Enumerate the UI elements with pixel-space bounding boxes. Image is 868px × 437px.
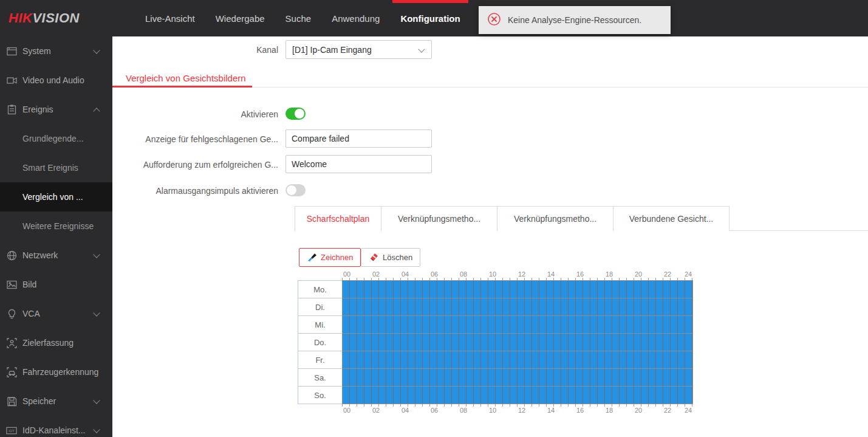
hour-label: 06 <box>431 270 438 278</box>
day-label-fr: Fr. <box>298 351 342 369</box>
alarm-pulse-toggle[interactable] <box>285 184 306 196</box>
chevron-down-icon <box>93 426 100 433</box>
draw-button-label: Zeichnen <box>321 253 353 262</box>
image-icon <box>5 278 18 291</box>
erase-button[interactable]: Löschen <box>361 248 420 267</box>
sidebar-item-label: Ereignis <box>22 105 53 114</box>
hour-label: 24 <box>685 270 692 278</box>
draw-button[interactable]: Zeichnen <box>299 248 361 267</box>
hour-label: 18 <box>606 407 613 414</box>
day-label-mi: Mi. <box>298 316 342 334</box>
schedule-grid-filled[interactable] <box>342 280 693 404</box>
alarm-pulse-label: Alarmausgangsimpuls aktivieren <box>115 186 278 196</box>
hour-label: 14 <box>547 407 555 414</box>
sidebar-item-label: Vergleich von ... <box>22 192 83 202</box>
sidebar-navigation: SystemVideo und AudioEreignisGrundlegend… <box>0 36 112 437</box>
arming-schedule: 00020406081012141618202224Mo.Di.Mi.Do.Fr… <box>298 270 692 415</box>
sidebar-item-vergleich-von[interactable]: Vergleich von ... <box>0 182 112 212</box>
sidebar-item-grundlegende[interactable]: Grundlegende... <box>0 124 112 153</box>
hour-label: 20 <box>635 270 642 278</box>
sidebar-item-weitere-ereignisse[interactable]: Weitere Ereignisse <box>0 212 112 241</box>
toggle-knob <box>295 109 304 119</box>
hour-label: 22 <box>664 407 671 414</box>
sidebar-item-vca[interactable]: VCA <box>0 299 112 328</box>
day-label-do: Do. <box>298 334 342 351</box>
target-capture-icon <box>5 337 18 349</box>
sidebar-item-label: Grundlegende... <box>22 134 83 143</box>
sidebar-item-fahrzeugerkennung[interactable]: Fahrzeugerkennung <box>0 357 112 387</box>
nav-item-label: Konfiguration <box>400 13 460 24</box>
success-prompt-label: Aufforderung zum erfolgreichen G... <box>115 160 278 170</box>
chevron-down-icon <box>93 397 100 404</box>
tab-face-picture-comparison[interactable]: Vergleich von Gesichtsbildern <box>126 73 246 83</box>
nav-item-konfiguration[interactable]: Konfiguration <box>390 0 470 36</box>
sidebar-item-ereignis[interactable]: Ereignis <box>0 95 112 124</box>
event-icon <box>5 103 18 115</box>
hour-label: 04 <box>402 270 409 278</box>
enable-toggle[interactable] <box>285 108 306 120</box>
fail-prompt-input[interactable] <box>285 129 432 148</box>
chevron-down-icon <box>93 47 100 53</box>
active-nav-indicator <box>392 0 468 3</box>
sidebar-item-speicher[interactable]: Speicher <box>0 387 112 416</box>
vehicle-icon <box>5 366 18 378</box>
sidebar-item-label: Netzwerk <box>22 250 58 260</box>
hour-label: 12 <box>518 270 525 278</box>
sidebar-item-video-und-audio[interactable]: Video und Audio <box>0 66 112 95</box>
iot-icon: IOT <box>5 424 18 436</box>
hour-label: 08 <box>460 270 467 278</box>
top-bar: HIKVISION Live-AnsichtWiedergabeSucheAnw… <box>0 0 868 36</box>
enable-label: Aktivieren <box>115 109 278 119</box>
sidebar-item-label: Bild <box>22 280 36 289</box>
sidebar-item-netzwerk[interactable]: Netzwerk <box>0 241 112 270</box>
settings-tab-verbundene-gesicht-3[interactable]: Verbundene Gesicht... <box>613 206 730 231</box>
hour-label: 00 <box>343 270 350 278</box>
sidebar-item-system[interactable]: System <box>0 36 112 66</box>
hour-label: 10 <box>489 270 496 278</box>
day-label-sa: Sa. <box>298 369 342 387</box>
settings-tab-verkn-pfungsmetho-2[interactable]: Verknüpfungsmetho... <box>497 206 613 231</box>
logo-hik: HIK <box>9 10 32 26</box>
channel-select-value: [D1] Ip-Cam Eingang <box>292 45 372 55</box>
hour-label: 02 <box>372 407 380 414</box>
day-label-mo: Mo. <box>298 281 342 298</box>
sidebar-item-label: Smart Ereignis <box>22 163 78 173</box>
network-icon <box>5 249 18 261</box>
nav-item-live-ansicht[interactable]: Live-Ansicht <box>135 0 205 36</box>
hour-label: 22 <box>664 270 671 278</box>
channel-select[interactable]: [D1] Ip-Cam Eingang <box>285 40 432 59</box>
hour-label: 16 <box>576 407 584 414</box>
active-tab-underline <box>112 86 252 88</box>
sidebar-item-smart-ereignis[interactable]: Smart Ereignis <box>0 153 112 182</box>
sidebar-item-bild[interactable]: Bild <box>0 270 112 299</box>
hour-label: 14 <box>547 270 555 278</box>
sidebar-item-label: IdD-Kanaleinst... <box>22 425 86 435</box>
system-icon <box>5 45 18 57</box>
sidebar-item-idd-kanaleinst[interactable]: IOTIdD-Kanaleinst... <box>0 416 112 437</box>
sidebar-item-zielerfassung[interactable]: Zielerfassung <box>0 328 112 357</box>
chevron-up-icon <box>93 108 100 114</box>
nav-item-wiedergabe[interactable]: Wiedergabe <box>205 0 275 36</box>
hour-label: 12 <box>518 407 525 414</box>
sidebar-item-label: Speicher <box>22 396 56 406</box>
sidebar-item-label: Zielerfassung <box>22 338 73 348</box>
settings-tab-verkn-pfungsmetho-1[interactable]: Verknüpfungsmetho... <box>381 206 497 231</box>
sidebar-item-label: System <box>22 46 51 56</box>
toggle-knob <box>287 185 296 195</box>
main-content: Kanal [D1] Ip-Cam Eingang Vergleich von … <box>112 36 868 437</box>
error-toast: Keine Analyse-Engine-Ressourcen. <box>479 6 671 34</box>
nav-item-anwendung[interactable]: Anwendung <box>321 0 390 36</box>
hour-label: 24 <box>685 407 692 414</box>
nav-item-suche[interactable]: Suche <box>275 0 322 36</box>
hour-label: 02 <box>372 270 380 278</box>
settings-tab-scharfschaltplan-0[interactable]: Scharfschaltplan <box>295 206 381 232</box>
video-audio-icon <box>5 74 18 86</box>
success-prompt-input[interactable] <box>285 155 432 173</box>
sidebar-item-label: Video und Audio <box>22 75 84 85</box>
chevron-down-icon <box>93 309 100 316</box>
nav-item-label: Live-Ansicht <box>145 13 195 24</box>
chevron-down-icon <box>418 46 425 52</box>
hour-label: 20 <box>635 407 642 414</box>
error-circle-x-icon <box>487 12 501 29</box>
sidebar-item-label: Weitere Ereignisse <box>22 221 94 231</box>
